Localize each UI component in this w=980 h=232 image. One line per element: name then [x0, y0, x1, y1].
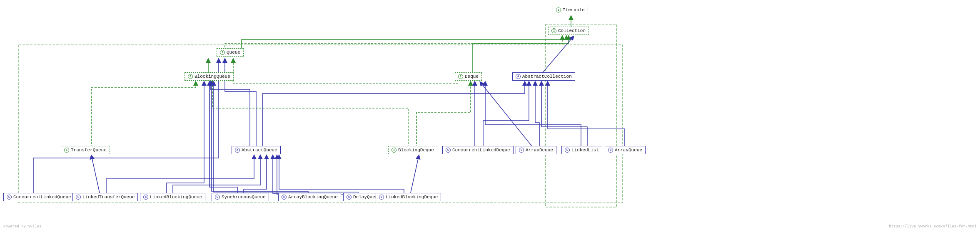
arrayblockingqueue-icon: C	[282, 195, 287, 200]
collection-icon: I	[551, 28, 556, 33]
queue-icon: I	[220, 50, 225, 55]
node-iterable[interactable]: I Iterable	[553, 6, 588, 14]
svg-line-5	[541, 37, 573, 74]
iterable-icon: I	[556, 7, 561, 12]
abstractqueue-icon: A	[235, 148, 240, 153]
transferqueue-icon: I	[64, 148, 69, 153]
node-blockingqueue[interactable]: I BlockingQueue	[185, 72, 234, 81]
linkedblockingdeque-label: LinkedBlockingDeque	[386, 195, 438, 200]
collection-label: Collection	[558, 28, 586, 33]
arrayqueue-label: ArrayQueue	[615, 148, 642, 153]
blockingdeque-icon: I	[392, 148, 396, 153]
linkedtransferqueue-icon: C	[76, 195, 81, 200]
node-concurrentlinkedqueue[interactable]: C ConcurrentLinkedQueue	[3, 193, 75, 201]
concurrentlinkedqueue-label: ConcurrentLinkedQueue	[13, 195, 71, 200]
concurrentlinkeddeque-icon: C	[446, 148, 451, 153]
node-linkedblockingqueue[interactable]: C LinkedBlockingQueue	[140, 193, 205, 201]
node-concurrentlinkeddeque[interactable]: C ConcurrentLinkedDeque	[442, 146, 514, 154]
arraydeque-label: ArrayDeque	[526, 148, 553, 153]
node-linkedblockingdeque[interactable]: C LinkedBlockingDeque	[376, 193, 441, 201]
deque-icon: I	[458, 74, 463, 79]
node-arrayblockingqueue[interactable]: C ArrayBlockingQueue	[278, 193, 341, 201]
blockingqueue-icon: I	[188, 74, 193, 79]
node-queue[interactable]: I Queue	[217, 48, 244, 57]
synchronousqueue-label: SynchronousQueue	[222, 195, 266, 200]
node-deque[interactable]: I Deque	[455, 72, 482, 81]
linkedlist-label: LinkedList	[571, 148, 599, 153]
node-abstractqueue[interactable]: A AbstractQueue	[232, 146, 281, 154]
concurrentlinkedqueue-icon: C	[7, 195, 12, 200]
svg-line-7	[410, 157, 419, 195]
iterable-label: Iterable	[563, 7, 585, 12]
blockingqueue-label: BlockingQueue	[195, 74, 230, 79]
svg-line-6	[92, 157, 100, 195]
linkedblockingqueue-label: LinkedBlockingQueue	[150, 195, 202, 200]
node-collection[interactable]: I Collection	[548, 27, 589, 35]
concurrentlinkeddeque-label: ConcurrentLinkedDeque	[452, 148, 510, 153]
arrayqueue-icon: C	[608, 148, 613, 153]
linkedlist-icon: C	[565, 148, 570, 153]
node-synchronousqueue[interactable]: C SynchronousQueue	[212, 193, 269, 201]
diagram-container: I Iterable I Collection I Queue I Blocki…	[0, 0, 980, 232]
abstractcollection-icon: A	[516, 74, 521, 79]
blockingdeque-label: BlockingDeque	[398, 148, 434, 153]
node-linkedtransferqueue[interactable]: C LinkedTransferQueue	[72, 193, 138, 201]
synchronousqueue-icon: C	[215, 195, 220, 200]
delayqueue-icon: C	[347, 195, 352, 200]
deque-label: Deque	[465, 74, 479, 79]
transferqueue-label: TransferQueue	[71, 148, 107, 153]
watermark-left: Powered by yFiles	[3, 225, 42, 229]
watermark-right: https://live.yworks.com/yfiles-for-html	[889, 225, 977, 229]
node-arraydeque[interactable]: C ArrayDeque	[516, 146, 556, 154]
linkedtransferqueue-label: LinkedTransferQueue	[82, 195, 135, 200]
node-linkedlist[interactable]: C LinkedList	[561, 146, 602, 154]
arraydeque-icon: C	[519, 148, 524, 153]
linkedblockingqueue-icon: C	[143, 195, 148, 200]
abstractcollection-label: AbstractCollection	[522, 74, 572, 79]
svg-rect-8	[19, 45, 623, 203]
arrayblockingqueue-label: ArrayBlockingQueue	[288, 195, 338, 200]
svg-rect-9	[546, 24, 616, 207]
node-abstractcollection[interactable]: A AbstractCollection	[512, 72, 575, 81]
linkedblockingdeque-icon: C	[379, 195, 384, 200]
node-transferqueue[interactable]: I TransferQueue	[61, 146, 110, 154]
queue-label: Queue	[227, 50, 240, 55]
node-arrayqueue[interactable]: C ArrayQueue	[605, 146, 646, 154]
node-blockingdeque[interactable]: I BlockingDeque	[388, 146, 437, 154]
abstractqueue-label: AbstractQueue	[242, 148, 277, 153]
